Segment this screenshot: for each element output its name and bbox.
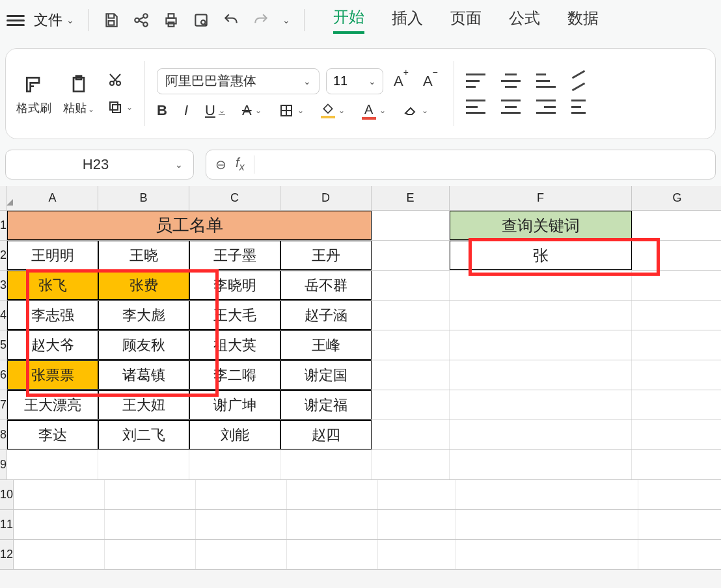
cell[interactable] [287, 510, 378, 539]
col-header-E[interactable]: E [372, 186, 450, 210]
cell[interactable] [450, 271, 632, 300]
cell[interactable] [287, 540, 378, 569]
name-box[interactable]: H23 ⌄ [5, 150, 194, 180]
col-header-D[interactable]: D [280, 186, 372, 210]
cell[interactable] [450, 330, 632, 360]
table-cell[interactable]: 王晓 [98, 241, 189, 270]
orientation-button[interactable] [571, 74, 586, 88]
cell[interactable] [14, 540, 105, 569]
table-cell[interactable]: 李大彪 [98, 301, 189, 330]
cell[interactable] [372, 330, 450, 360]
cell[interactable] [378, 480, 456, 509]
shrink-font-button[interactable]: A− [419, 71, 442, 91]
table-cell[interactable]: 张费 [98, 271, 189, 300]
table-cell[interactable]: 顾友秋 [98, 330, 189, 360]
table-cell[interactable]: 李二嘚 [189, 360, 280, 390]
cell[interactable] [632, 271, 721, 300]
tab-formula[interactable]: 公式 [509, 8, 540, 33]
row-header-2[interactable]: 2 [0, 241, 7, 270]
table-cell[interactable]: 赵四 [280, 420, 372, 449]
table-cell[interactable]: 张飞 [7, 271, 98, 300]
cell[interactable] [632, 241, 721, 270]
cell[interactable] [632, 211, 721, 240]
copy-button[interactable]: ⌄ [107, 100, 133, 115]
table-cell[interactable]: 王明明 [7, 241, 98, 270]
keyword-header[interactable]: 查询关键词 [450, 211, 632, 240]
cell[interactable] [372, 360, 450, 390]
cell[interactable] [378, 510, 456, 539]
col-header-C[interactable]: C [189, 186, 280, 210]
col-header-A[interactable]: A [7, 186, 98, 210]
row-header-10[interactable]: 10 [0, 480, 14, 509]
cancel-icon[interactable]: ⊖ [215, 157, 226, 172]
cell[interactable] [638, 510, 721, 539]
font-color-button[interactable]: A⌄ [362, 102, 386, 120]
tab-data[interactable]: 数据 [567, 8, 599, 33]
row-header-4[interactable]: 4 [0, 301, 7, 330]
cell[interactable] [638, 540, 721, 569]
cell[interactable] [632, 450, 721, 479]
print-icon[interactable] [158, 7, 184, 33]
cell[interactable] [372, 211, 450, 240]
align-bottom-button[interactable] [536, 74, 556, 88]
cell[interactable] [456, 510, 638, 539]
table-cell[interactable]: 王大漂亮 [7, 390, 98, 420]
cell[interactable] [189, 450, 280, 479]
col-header-B[interactable]: B [98, 186, 189, 210]
cell[interactable] [456, 540, 638, 569]
cell[interactable] [105, 480, 196, 509]
underline-button[interactable]: U⌄ [205, 102, 225, 119]
tab-page[interactable]: 页面 [450, 8, 482, 33]
cell[interactable] [632, 301, 721, 330]
indent-button[interactable] [571, 100, 586, 114]
table-cell[interactable]: 刘能 [189, 420, 280, 449]
cell[interactable] [632, 420, 721, 449]
cell[interactable] [372, 301, 450, 330]
cell[interactable] [14, 510, 105, 539]
cell[interactable] [372, 420, 450, 449]
col-header-F[interactable]: F [450, 186, 632, 210]
align-middle-button[interactable] [501, 74, 521, 88]
strikethrough-button[interactable]: A⌄ [242, 102, 262, 119]
table-cell[interactable]: 张票票 [7, 360, 98, 390]
cell[interactable] [456, 480, 638, 509]
cell[interactable] [450, 301, 632, 330]
grow-font-button[interactable]: A+ [390, 71, 413, 91]
table-cell[interactable]: 王峰 [280, 330, 372, 360]
bold-button[interactable]: B [157, 102, 167, 119]
cell[interactable] [632, 330, 721, 360]
table-cell[interactable]: 赵子涵 [280, 301, 372, 330]
cell[interactable] [450, 420, 632, 449]
table-cell[interactable]: 王丹 [280, 241, 372, 270]
table-cell[interactable]: 李志强 [7, 301, 98, 330]
more-chevron-icon[interactable]: ⌄ [278, 7, 295, 33]
redo-icon[interactable] [248, 7, 274, 33]
table-cell[interactable]: 王大妞 [98, 390, 189, 420]
cell[interactable] [280, 450, 372, 479]
cell[interactable] [105, 540, 196, 569]
select-all-corner[interactable] [0, 186, 7, 210]
align-top-button[interactable] [466, 74, 485, 88]
align-center-button[interactable] [501, 100, 521, 114]
font-name-select[interactable]: 阿里巴巴普惠体 ⌄ [157, 68, 320, 94]
cut-button[interactable] [107, 72, 133, 88]
cell[interactable] [372, 241, 450, 270]
hamburger-icon[interactable] [7, 15, 25, 26]
cell[interactable] [196, 480, 287, 509]
paste-button[interactable]: 粘贴⌄ [63, 72, 94, 116]
cell[interactable] [638, 480, 721, 509]
cell[interactable] [378, 540, 456, 569]
row-header-12[interactable]: 12 [0, 540, 14, 569]
formula-input[interactable] [254, 155, 706, 174]
cell[interactable] [105, 510, 196, 539]
cell[interactable] [14, 480, 105, 509]
cell[interactable] [450, 360, 632, 390]
cell[interactable] [98, 450, 189, 479]
format-painter-button[interactable]: 格式刷 [16, 72, 51, 116]
cell[interactable] [372, 271, 450, 300]
align-left-button[interactable] [466, 100, 485, 114]
tab-insert[interactable]: 插入 [392, 8, 423, 33]
borders-button[interactable]: ⌄ [279, 103, 304, 118]
row-header-1[interactable]: 1 [0, 211, 7, 240]
table-cell[interactable]: 刘二飞 [98, 420, 189, 449]
